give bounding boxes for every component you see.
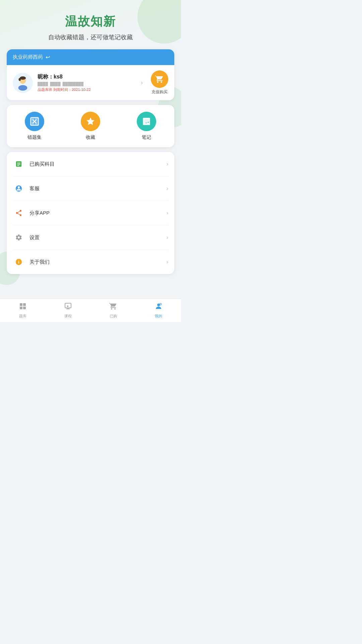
- profile-card: 执业药师西药 ↩ 昵称：ks8 ████ █: [7, 49, 174, 100]
- about-icon: i: [13, 256, 25, 268]
- wrong-set-label: 错题集: [27, 135, 42, 141]
- profile-sub: ████ ████ ████████: [38, 82, 136, 86]
- wrong-set-icon-circle: [25, 112, 44, 131]
- svg-rect-21: [20, 307, 22, 309]
- collect-label: 收藏: [86, 135, 95, 141]
- svg-point-2: [18, 85, 27, 91]
- recharge-label: 充值购买: [152, 89, 168, 95]
- svg-rect-23: [65, 303, 71, 308]
- collect-icon-circle: [81, 112, 100, 131]
- menu-item-purchased[interactable]: 已购买科目 ›: [13, 152, 168, 176]
- menu-text-service: 客服: [29, 185, 162, 192]
- question-bank-icon: [19, 302, 27, 312]
- menu-item-about[interactable]: i 关于我们 ›: [13, 250, 168, 274]
- svg-rect-22: [23, 307, 26, 309]
- svg-rect-10: [35, 118, 38, 121]
- svg-point-16: [18, 186, 20, 188]
- feature-card: 错题集 收藏 笔记: [7, 105, 174, 147]
- share-arrow-icon: ›: [167, 210, 168, 216]
- nav-label-course: 课程: [64, 314, 72, 319]
- svg-rect-11: [31, 122, 34, 125]
- menu-text-settings: 设置: [29, 234, 162, 241]
- avatar: [13, 73, 33, 93]
- menu-text-purchased: 已购买科目: [29, 161, 162, 167]
- notes-icon: [142, 117, 151, 126]
- card-header-icon: ↩: [46, 54, 50, 60]
- share-icon: [13, 207, 25, 219]
- recharge-circle: [151, 70, 168, 88]
- menu-item-settings[interactable]: 设置 ›: [13, 225, 168, 250]
- svg-rect-19: [20, 303, 22, 306]
- nav-label-question-bank: 题库: [19, 314, 26, 319]
- settings-icon: [13, 231, 25, 244]
- nav-label-mine: 我的: [155, 314, 162, 319]
- profile-tag: 品题库班 到期时间：2021-10-22: [38, 87, 136, 92]
- notes-icon-circle: [137, 112, 156, 131]
- star-icon: [86, 117, 95, 126]
- wrong-set-icon: [30, 117, 39, 126]
- svg-rect-12: [35, 122, 38, 125]
- purchased-icon: [13, 158, 25, 170]
- service-arrow-icon: ›: [167, 185, 168, 192]
- purchased-nav-icon: [109, 302, 117, 312]
- cart-icon: [155, 75, 164, 84]
- feature-notes[interactable]: 笔记: [137, 112, 156, 141]
- card-header: 执业药师西药 ↩: [7, 49, 174, 65]
- menu-text-about: 关于我们: [29, 259, 162, 265]
- mine-icon: [155, 302, 163, 312]
- bottom-nav: 题库 课程 已购: [0, 299, 181, 322]
- profile-info: 昵称：ks8 ████ ████ ████████ 品题库班 到期时间：2021…: [38, 73, 136, 92]
- svg-rect-20: [23, 303, 26, 306]
- card-header-title: 执业药师西药: [13, 54, 43, 60]
- menu-card: 已购买科目 › 客服 › 分享A: [7, 152, 174, 274]
- course-icon: [64, 302, 72, 312]
- nav-label-purchased: 已购: [110, 314, 117, 319]
- main-content: 温故知新 自动收藏错题，还可做笔记收藏 执业药师西药 ↩: [0, 0, 181, 279]
- notes-label: 笔记: [142, 135, 151, 141]
- service-icon: [13, 182, 25, 195]
- profile-section[interactable]: 昵称：ks8 ████ ████ ████████ 品题库班 到期时间：2021…: [7, 65, 174, 100]
- nav-question-bank[interactable]: 题库: [0, 302, 45, 319]
- recharge-button[interactable]: 充值购买: [151, 70, 168, 95]
- nav-mine[interactable]: 我的: [136, 302, 181, 319]
- menu-text-share: 分享APP: [29, 210, 162, 216]
- profile-name: 昵称：ks8: [38, 73, 136, 80]
- nav-course[interactable]: 课程: [45, 302, 90, 319]
- svg-text:i: i: [18, 260, 19, 265]
- nav-purchased[interactable]: 已购: [90, 302, 136, 319]
- about-arrow-icon: ›: [167, 259, 168, 265]
- menu-item-share[interactable]: 分享APP ›: [13, 201, 168, 225]
- menu-item-service[interactable]: 客服 ›: [13, 176, 168, 201]
- feature-wrong-set[interactable]: 错题集: [25, 112, 44, 141]
- hero-subtitle: 自动收藏错题，还可做笔记收藏: [48, 33, 133, 41]
- feature-collect[interactable]: 收藏: [81, 112, 100, 141]
- purchased-arrow-icon: ›: [167, 161, 168, 167]
- settings-arrow-icon: ›: [167, 234, 168, 240]
- hero-title: 温故知新: [65, 13, 116, 30]
- profile-arrow-icon: ›: [141, 79, 143, 86]
- svg-point-5: [19, 78, 21, 80]
- svg-rect-9: [31, 118, 34, 121]
